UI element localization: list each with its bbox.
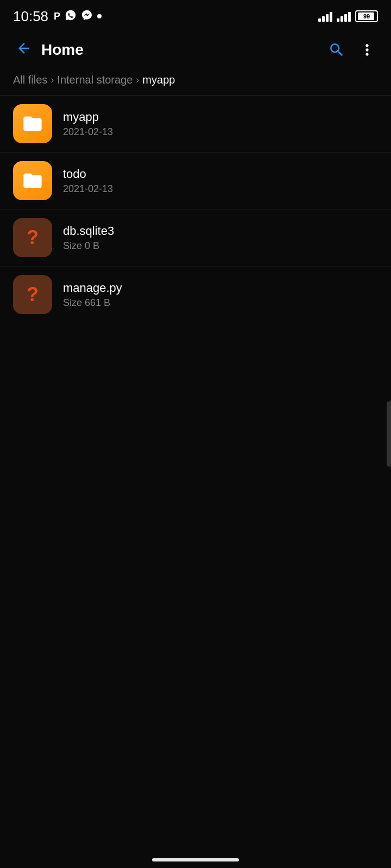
app-bar-actions bbox=[324, 37, 380, 63]
more-icon bbox=[358, 41, 376, 59]
breadcrumb-current: myapp bbox=[142, 74, 175, 86]
battery-icon: 99 bbox=[355, 10, 378, 22]
p-icon: P bbox=[54, 11, 60, 22]
search-button[interactable] bbox=[324, 37, 350, 63]
home-indicator bbox=[152, 858, 239, 861]
status-bar: 10:58 P bbox=[0, 0, 391, 30]
file-meta: Size 0 B bbox=[63, 240, 378, 252]
folder-icon bbox=[22, 170, 43, 192]
scrollbar[interactable] bbox=[387, 401, 391, 467]
list-item[interactable]: ? db.sqlite3 Size 0 B bbox=[0, 209, 391, 266]
question-mark-icon: ? bbox=[27, 283, 39, 306]
signal-bars-2 bbox=[337, 11, 351, 22]
breadcrumb-chevron-1: › bbox=[51, 74, 54, 86]
file-meta: Size 661 B bbox=[63, 297, 378, 309]
breadcrumb-chevron-2: › bbox=[136, 74, 139, 86]
file-name: manage.py bbox=[63, 281, 378, 295]
breadcrumb-all-files[interactable]: All files bbox=[13, 74, 47, 86]
messenger-icon bbox=[81, 9, 93, 24]
unknown-icon-wrapper-sqlite: ? bbox=[13, 218, 52, 257]
file-list: myapp 2021-02-13 todo 2021-02-13 ? db.sq… bbox=[0, 95, 391, 323]
list-item[interactable]: todo 2021-02-13 bbox=[0, 152, 391, 209]
unknown-icon-wrapper-managepy: ? bbox=[13, 275, 52, 314]
status-right: 99 bbox=[318, 10, 378, 22]
battery-level: 99 bbox=[363, 13, 370, 20]
breadcrumb: All files › Internal storage › myapp bbox=[0, 69, 391, 95]
status-icons: P bbox=[54, 9, 102, 24]
signal-bars-1 bbox=[318, 11, 332, 22]
file-name: myapp bbox=[63, 110, 378, 124]
back-button[interactable] bbox=[11, 37, 37, 63]
app-bar: Home bbox=[0, 30, 391, 69]
file-info-managepy: manage.py Size 661 B bbox=[63, 281, 378, 309]
status-left: 10:58 P bbox=[13, 8, 102, 25]
folder-icon-wrapper-myapp bbox=[13, 104, 52, 143]
question-mark-icon: ? bbox=[27, 226, 39, 249]
whatsapp-icon bbox=[65, 9, 77, 24]
battery: 99 bbox=[355, 10, 378, 22]
file-name: db.sqlite3 bbox=[63, 224, 378, 238]
breadcrumb-internal-storage[interactable]: Internal storage bbox=[57, 74, 133, 86]
file-name: todo bbox=[63, 167, 378, 181]
notification-dot bbox=[97, 14, 102, 18]
file-meta: 2021-02-13 bbox=[63, 126, 378, 138]
file-info-sqlite: db.sqlite3 Size 0 B bbox=[63, 224, 378, 252]
back-arrow-icon bbox=[16, 40, 32, 60]
file-meta: 2021-02-13 bbox=[63, 183, 378, 195]
folder-icon bbox=[22, 113, 43, 135]
folder-icon-wrapper-todo bbox=[13, 161, 52, 200]
page-title: Home bbox=[41, 41, 324, 59]
search-icon bbox=[328, 41, 345, 59]
file-info-todo: todo 2021-02-13 bbox=[63, 167, 378, 195]
list-item[interactable]: ? manage.py Size 661 B bbox=[0, 266, 391, 323]
list-item[interactable]: myapp 2021-02-13 bbox=[0, 95, 391, 152]
status-time: 10:58 bbox=[13, 8, 48, 25]
more-button[interactable] bbox=[354, 37, 380, 63]
file-info-myapp: myapp 2021-02-13 bbox=[63, 110, 378, 138]
